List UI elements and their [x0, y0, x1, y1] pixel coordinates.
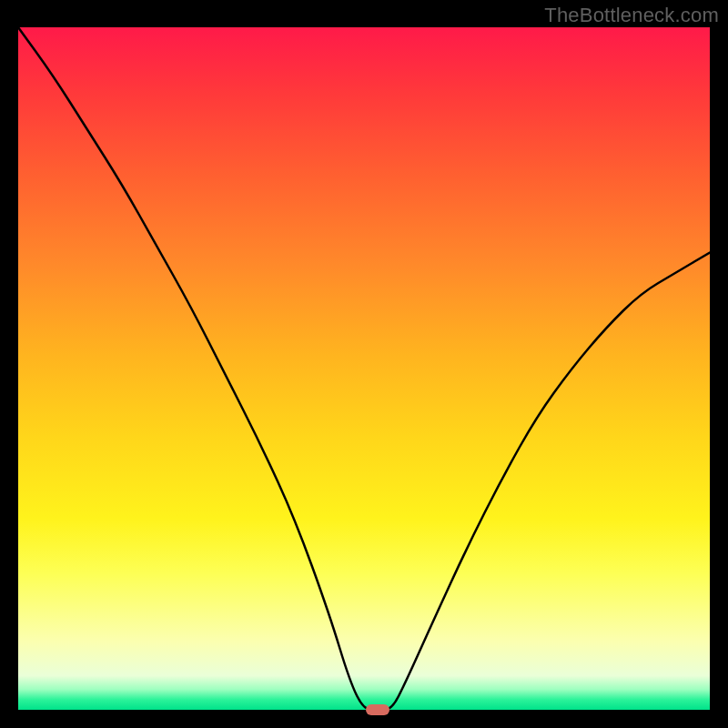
chart-frame: TheBottleneck.com: [0, 0, 728, 728]
attribution-text: TheBottleneck.com: [544, 4, 719, 27]
optimal-marker: [366, 704, 389, 715]
plot-area: [18, 27, 710, 710]
bottleneck-curve: [18, 27, 710, 710]
curve-svg: [18, 27, 710, 710]
